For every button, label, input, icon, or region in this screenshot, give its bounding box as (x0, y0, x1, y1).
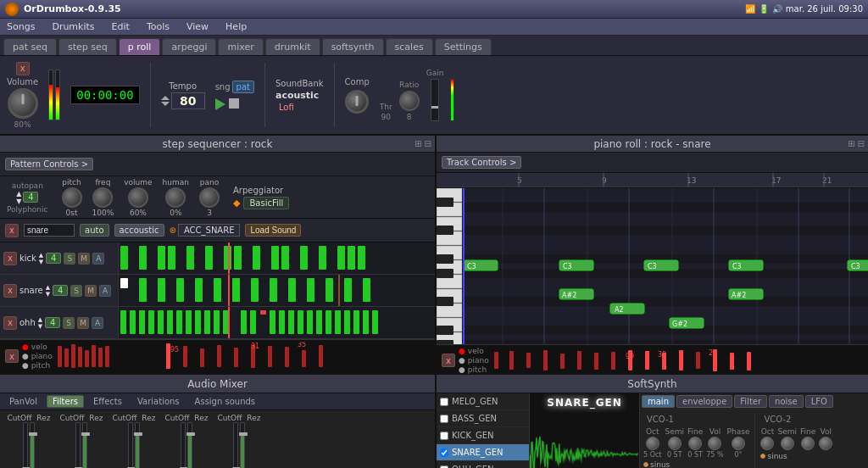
bass-gen-checkbox[interactable] (440, 415, 448, 423)
ch2-faders[interactable] (75, 422, 87, 468)
pr-corner-btns[interactable]: ⊞ ⊟ (848, 139, 865, 148)
vco1-vol-knob[interactable] (708, 437, 721, 450)
snare-m-btn[interactable]: M (85, 285, 97, 297)
auto-btn[interactable]: auto (80, 224, 109, 237)
snare-a-btn[interactable]: A (99, 285, 111, 297)
synth-tab-lfo[interactable]: LFO (805, 395, 833, 408)
snare-gen-checkbox[interactable] (440, 448, 448, 457)
vco1-oct-knob[interactable] (646, 437, 659, 450)
mixer-tab-panvol[interactable]: PanVol (3, 395, 43, 408)
menu-tools[interactable]: Tools (143, 20, 173, 33)
ohh-m-btn[interactable]: M (77, 317, 89, 329)
freq-knob[interactable] (92, 187, 113, 208)
ch3-faders[interactable] (128, 422, 140, 468)
synth-item-ohh-gen[interactable]: OHH_GEN (437, 461, 529, 468)
tempo-down-btn[interactable] (161, 102, 170, 106)
tab-scales[interactable]: scales (386, 38, 433, 55)
tab-arpeggi[interactable]: arpeggi (162, 38, 216, 55)
synth-tab-filter[interactable]: Filter (734, 395, 767, 408)
play-button[interactable] (215, 98, 225, 110)
mixer-tab-variations[interactable]: Variations (131, 395, 186, 408)
ohh-gen-checkbox[interactable] (440, 465, 448, 469)
tab-pat-seq[interactable]: pat seq (3, 38, 57, 55)
vco1-fine-knob[interactable] (688, 437, 702, 450)
vel-x-btn[interactable]: x (5, 349, 19, 363)
ch5-rez-fader[interactable] (240, 422, 245, 468)
vco2-semi-knob[interactable] (781, 437, 794, 450)
kick-up[interactable]: ▲ (39, 252, 43, 259)
menu-help[interactable]: Help (222, 20, 250, 33)
arp-value[interactable]: BasicFill (243, 197, 289, 209)
pitch-knob[interactable] (62, 187, 82, 208)
ohh-grid[interactable] (119, 307, 435, 338)
synth-tab-main[interactable]: main (642, 395, 675, 408)
pr-vel-x-btn[interactable]: x (442, 354, 455, 367)
track-controls-btn[interactable]: Track Controls > (442, 156, 521, 169)
snare-down[interactable]: ▼ (46, 291, 50, 298)
menu-drumkits[interactable]: Drumkits (48, 20, 97, 33)
volume-knob[interactable] (8, 88, 38, 119)
ohh-a-btn[interactable]: A (92, 317, 103, 329)
pattern-controls-btn[interactable]: Pattern Controls > (5, 158, 93, 170)
ch5-faders[interactable] (233, 422, 245, 468)
synth-item-bass-gen[interactable]: BASS_GEN (437, 410, 529, 427)
kick-grid[interactable] (119, 242, 435, 274)
ch4-cutoff-fader[interactable] (181, 422, 186, 468)
synth-tab-enveloppe[interactable]: enveloppe (676, 395, 732, 408)
vco1-phase-knob[interactable] (732, 437, 745, 450)
snare-x-btn[interactable]: x (3, 284, 17, 298)
load-sound-button[interactable]: Load Sound (245, 224, 301, 237)
kick-gen-checkbox[interactable] (440, 432, 448, 440)
ohh-s-btn[interactable]: S (63, 317, 75, 329)
tab-drumkit[interactable]: drumkit (265, 38, 320, 55)
ch2-rez-fader[interactable] (82, 422, 87, 468)
mixer-tab-assign-sounds[interactable]: Assign sounds (189, 395, 261, 408)
menu-view[interactable]: View (183, 20, 212, 33)
synth-item-snare-gen[interactable]: SNARE_GEN (437, 444, 529, 461)
accoustic-btn[interactable]: accoustic (114, 224, 164, 237)
count-down-btn[interactable]: ▼ (16, 198, 21, 205)
ch4-faders[interactable] (181, 422, 192, 468)
synth-item-kick-gen[interactable]: KICK_GEN (437, 427, 529, 444)
ch4-rez-fader[interactable] (187, 422, 192, 468)
stop-button[interactable] (229, 98, 239, 109)
mixer-tab-effects[interactable]: Effects (87, 395, 128, 408)
snare-up[interactable]: ▲ (46, 284, 50, 291)
kick-down[interactable]: ▼ (39, 259, 43, 265)
ohh-down[interactable]: ▼ (38, 323, 42, 330)
menu-edit[interactable]: Edit (108, 20, 133, 33)
gain-fader[interactable] (431, 79, 439, 121)
ch1-rez-fader[interactable] (30, 422, 35, 468)
snare-grid[interactable] (119, 275, 435, 306)
track-x-btn[interactable]: x (5, 224, 19, 237)
human-knob[interactable] (165, 187, 186, 208)
kick-m-btn[interactable]: M (78, 253, 90, 265)
synth-tab-noise[interactable]: noise (769, 395, 804, 408)
volume-x-btn[interactable]: x (16, 62, 30, 75)
tab-settings[interactable]: Settings (435, 38, 492, 55)
pat-label[interactable]: pat (232, 81, 254, 93)
ohh-up[interactable]: ▲ (38, 316, 42, 323)
vco2-fine-knob[interactable] (801, 437, 815, 450)
tab-p-roll[interactable]: p roll (119, 38, 161, 55)
step-seq-corner-btns[interactable]: ⊞ ⊟ (415, 139, 431, 148)
wave-sinus[interactable]: sinus (643, 460, 749, 468)
vco2-wave-sinus[interactable]: sinus (760, 452, 832, 460)
tempo-up-btn[interactable] (161, 96, 170, 100)
tab-mixer[interactable]: mixer (218, 38, 263, 55)
synth-item-melo-gen[interactable]: MELO_GEN (437, 393, 529, 410)
comp-knob[interactable] (345, 90, 369, 114)
tempo-value[interactable]: 80 (171, 92, 205, 109)
count-up-btn[interactable]: ▲ (16, 190, 21, 198)
roll-grid[interactable]: C3 C3 C3 C3 C3 A#2 A#2 A (462, 188, 868, 344)
ch3-rez-fader[interactable] (135, 422, 140, 468)
vco2-vol-knob[interactable] (819, 437, 832, 450)
mixer-tab-filters[interactable]: Filters (47, 395, 84, 408)
volume-param-knob[interactable] (128, 187, 148, 208)
tab-softsynth[interactable]: softsynth (322, 38, 384, 55)
vco2-oct-knob[interactable] (760, 437, 774, 450)
menu-songs[interactable]: Songs (3, 20, 38, 33)
ch3-cutoff-fader[interactable] (128, 422, 133, 468)
track-name-input[interactable] (24, 224, 75, 237)
ch1-cutoff-fader[interactable] (23, 422, 28, 468)
